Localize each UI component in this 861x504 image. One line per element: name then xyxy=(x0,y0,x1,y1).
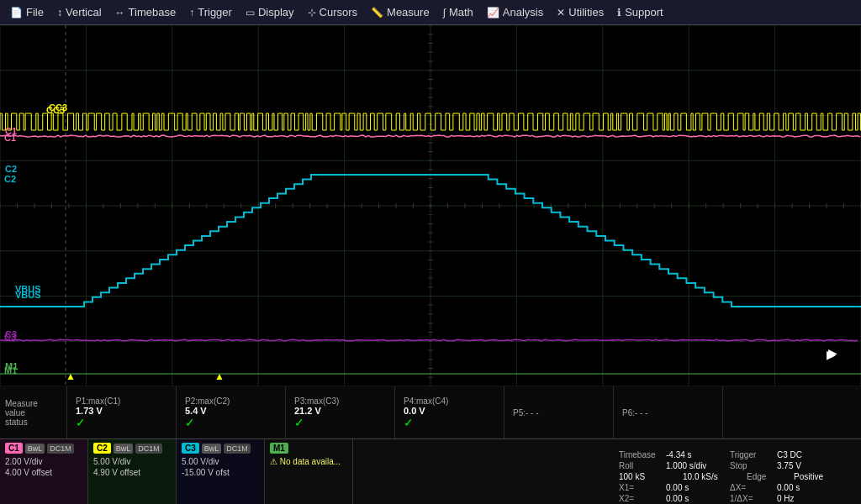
c2-offset: 4.90 V offset xyxy=(93,468,171,477)
math-icon: ∫ xyxy=(443,7,446,18)
p2-status: ✓ xyxy=(185,416,277,429)
c1-vdiv: 2.00 V/div xyxy=(5,457,82,466)
menu-timebase[interactable]: ↔ Timebase xyxy=(108,4,183,20)
m1-screen-label: M1 xyxy=(4,365,17,375)
edge-val: Positive xyxy=(794,472,853,481)
measure-header-section: Measure value status xyxy=(0,386,67,438)
c3-offset: -15.00 V ofst xyxy=(182,468,259,477)
p4-status: ✓ xyxy=(404,416,495,429)
timebase-icon: ↔ xyxy=(115,7,125,18)
measure-p1: P1:max(C1) 1.73 V ✓ xyxy=(67,386,177,438)
menu-vertical[interactable]: ↕ Vertical xyxy=(50,4,108,20)
trigger-icon: ↑ xyxy=(189,7,194,18)
x2-val: 0.00 s xyxy=(666,494,725,503)
support-icon: ℹ xyxy=(617,7,621,18)
full-measure-row: Measure value status P1:max(C1) 1.73 V ✓… xyxy=(0,386,861,438)
menu-math[interactable]: ∫ Math xyxy=(436,4,480,20)
c1-offset: 4.00 V offset xyxy=(5,468,82,477)
c2-badge: C2 xyxy=(93,443,111,454)
menu-bar: 📄 File ↕ Vertical ↔ Timebase ↑ Trigger ▭… xyxy=(0,0,861,25)
analysis-icon: 📈 xyxy=(487,7,499,18)
cc3-screen-label: CC3 xyxy=(46,105,65,115)
c1-badge: C1 xyxy=(5,443,23,454)
p1-status: ✓ xyxy=(76,416,167,429)
p3-status: ✓ xyxy=(294,416,386,429)
edge-label: Edge xyxy=(747,472,789,481)
c1-coupling: DC1M xyxy=(47,444,74,454)
c1-bwl: BwL xyxy=(25,444,45,454)
m1-note: ⚠ No data availa... xyxy=(270,457,347,466)
vbus-screen-label: VBUS xyxy=(15,290,41,300)
c3-bwl: BwL xyxy=(202,444,222,454)
c3-screen-label: C3 xyxy=(4,332,16,342)
samp2: 10.0 kS/s xyxy=(683,472,742,481)
menu-analysis[interactable]: 📈 Analysis xyxy=(480,4,550,20)
file-icon: 📄 xyxy=(10,7,23,18)
c3-badge: C3 xyxy=(182,443,199,454)
c2-info-block[interactable]: C2 BwL DC1M 5.00 V/div 4.90 V offset xyxy=(88,439,177,504)
menu-support[interactable]: ℹ Support xyxy=(610,4,670,20)
dx-label: ΔX= xyxy=(730,483,772,492)
trigger-arrow-bottom: ▲ xyxy=(66,370,76,382)
x2-label: X2= xyxy=(619,494,661,503)
c2-screen-label: C2 xyxy=(4,174,16,184)
c2-coupling: DC1M xyxy=(135,444,162,454)
vertical-icon: ↕ xyxy=(57,7,62,18)
menu-display[interactable]: ▭ Display xyxy=(239,4,301,20)
measure-p4: P4:max(C4) 0.0 V ✓ xyxy=(395,386,504,438)
utilities-icon: ✕ xyxy=(557,7,565,18)
trigger-arrow-bottom2: ▲ xyxy=(214,370,224,382)
x1-label: X1= xyxy=(619,483,661,492)
timebase-block: Timebase -4.34 s Trigger C3 DC Roll 1.00… xyxy=(610,439,861,504)
display-icon: ▭ xyxy=(246,7,255,18)
roll-label: Roll xyxy=(619,461,661,470)
trigger-label: Trigger xyxy=(730,450,772,459)
c3-coupling: DC1M xyxy=(224,444,251,454)
c3-info-block[interactable]: C3 BwL DC1M 5.00 V/div -15.00 V ofst xyxy=(177,439,265,504)
stop-label: Stop xyxy=(730,461,772,470)
trigger-ch: C3 DC xyxy=(777,450,836,459)
m1-info-block[interactable]: M1 ⚠ No data availa... xyxy=(265,439,353,504)
dx-val: 0.00 s xyxy=(777,483,836,492)
x2dx-val: 0 Hz xyxy=(777,494,836,503)
roll-val: 1.000 s/div xyxy=(666,461,725,470)
measure-p5: P5:- - - xyxy=(504,386,614,438)
samp1: 100 kS xyxy=(619,472,678,481)
menu-trigger[interactable]: ↑ Trigger xyxy=(182,4,239,20)
scope-screen: C1 CC3 C2 C3 VBUS M1 ▶ ▲ ▲ xyxy=(0,25,861,386)
stop-val: 3.75 V xyxy=(777,461,836,470)
menu-utilities[interactable]: ✕ Utilities xyxy=(550,4,610,20)
info-bar: C1 BwL DC1M 2.00 V/div 4.00 V offset C2 … xyxy=(0,438,861,504)
measure-icon: 📏 xyxy=(371,7,383,18)
mouse-cursor: ▶ xyxy=(827,348,836,361)
x1-val: 0.00 s xyxy=(666,483,725,492)
c2-bwl: BwL xyxy=(114,444,134,454)
c1-screen-label: C1 xyxy=(4,133,16,143)
c3-vdiv: 5.00 V/div xyxy=(182,457,259,466)
timebase-value: -4.34 s xyxy=(666,450,725,459)
c1-info-block[interactable]: C1 BwL DC1M 2.00 V/div 4.00 V offset xyxy=(0,439,88,504)
x2dx-label: 1/ΔX= xyxy=(730,494,772,503)
cursors-icon: ⊹ xyxy=(308,7,316,18)
measure-p3: P3:max(C3) 21.2 V ✓ xyxy=(286,386,395,438)
menu-file[interactable]: 📄 File xyxy=(3,4,50,20)
timebase-label: Timebase xyxy=(619,450,661,459)
measure-p6: P6:- - - xyxy=(614,386,723,438)
c2-vdiv: 5.00 V/div xyxy=(93,457,171,466)
menu-cursors[interactable]: ⊹ Cursors xyxy=(301,4,365,20)
measure-p2: P2:max(C2) 5.4 V ✓ xyxy=(177,386,286,438)
m1-badge: M1 xyxy=(270,443,288,454)
grid-canvas xyxy=(0,25,861,386)
menu-measure[interactable]: 📏 Measure xyxy=(364,4,436,20)
